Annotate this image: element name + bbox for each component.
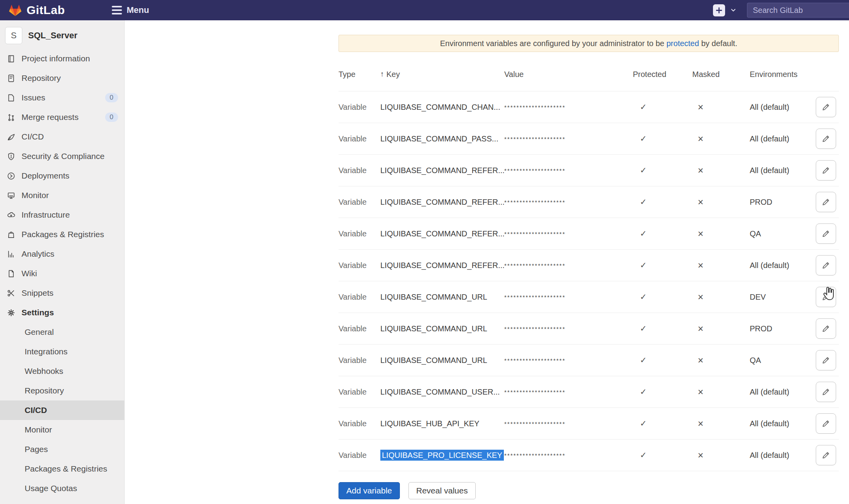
sidebar-subitem-packages-registries[interactable]: Packages & Registries (0, 459, 124, 479)
variable-type: Variable (339, 451, 380, 460)
edit-variable-button[interactable] (816, 382, 836, 402)
edit-variable-button[interactable] (816, 129, 836, 149)
variable-environments: QA (750, 229, 813, 238)
sidebar-subitem-usage-quotas[interactable]: Usage Quotas (0, 479, 124, 498)
pencil-icon (821, 387, 831, 397)
col-header-key[interactable]: ↑Key (380, 70, 504, 79)
sidebar-subitem-general[interactable]: General (0, 322, 124, 342)
sidebar-item-ci-cd[interactable]: CI/CD (0, 127, 124, 147)
sidebar-item-infrastructure[interactable]: Infrastructure (0, 205, 124, 225)
sidebar-subitem-ci-cd[interactable]: CI/CD (0, 400, 124, 420)
variable-row: VariableLIQUIBASE_COMMAND_CHAN...*******… (339, 91, 839, 123)
variable-key: LIQUIBASE_COMMAND_REFER... (380, 198, 504, 207)
edit-variable-button[interactable] (816, 287, 836, 307)
sidebar-subitem-repository[interactable]: Repository (0, 381, 124, 400)
edit-variable-button[interactable] (816, 192, 836, 212)
masked-cross-icon: × (692, 355, 750, 366)
key-text: LIQUIBASE_COMMAND_REFER... (380, 198, 505, 206)
sidebar-item-security-compliance[interactable]: Security & Compliance (0, 147, 124, 166)
sidebar-item-label: Settings (21, 308, 54, 317)
project-header[interactable]: S SQL_Server (0, 20, 124, 49)
sidebar-item-wiki[interactable]: Wiki (0, 264, 124, 283)
edit-variable-button[interactable] (816, 445, 836, 465)
gear-icon (7, 308, 16, 317)
protected-check-icon: ✓ (633, 166, 692, 175)
sidebar-item-issues[interactable]: Issues0 (0, 88, 124, 107)
variable-environments: DEV (750, 293, 813, 302)
sidebar-subitem-label: Packages & Registries (25, 464, 107, 474)
sidebar-settings-subnav: GeneralIntegrationsWebhooksRepositoryCI/… (0, 322, 124, 498)
info-banner: Environment variables are configured by … (339, 35, 839, 52)
sidebar-item-repository[interactable]: Repository (0, 68, 124, 88)
masked-cross-icon: × (692, 260, 750, 271)
variable-type: Variable (339, 134, 380, 143)
pencil-icon (821, 166, 831, 175)
protected-check-icon: ✓ (633, 387, 692, 397)
gitlab-logo[interactable]: GitLab (9, 4, 65, 17)
sidebar-item-deployments[interactable]: Deployments (0, 166, 124, 186)
variable-type: Variable (339, 229, 380, 238)
edit-variable-button[interactable] (816, 97, 836, 117)
variable-environments: All (default) (750, 103, 813, 112)
col-header-masked: Masked (692, 70, 750, 79)
sidebar-item-label: Repository (21, 73, 61, 83)
key-text: LIQUIBASE_COMMAND_CHAN... (380, 103, 500, 111)
project-name: SQL_Server (28, 30, 77, 41)
variable-environments: All (default) (750, 388, 813, 397)
sidebar-item-label: Deployments (21, 171, 70, 181)
sidebar-item-label: Security & Compliance (21, 152, 104, 161)
edit-variable-button[interactable] (816, 223, 836, 244)
new-item-dropdown[interactable] (730, 7, 737, 14)
chevron-down-icon (730, 7, 737, 14)
variables-table-body: VariableLIQUIBASE_COMMAND_CHAN...*******… (339, 91, 839, 471)
variable-environments: All (default) (750, 166, 813, 175)
edit-variable-button[interactable] (816, 255, 836, 275)
menu-button[interactable]: Menu (112, 5, 149, 15)
sidebar-item-project-information[interactable]: Project information (0, 49, 124, 68)
menu-label: Menu (127, 5, 149, 15)
main-content: Environment variables are configured by … (125, 20, 849, 504)
sidebar-item-analytics[interactable]: Analytics (0, 244, 124, 264)
edit-variable-button[interactable] (816, 318, 836, 339)
sort-asc-icon: ↑ (380, 70, 384, 79)
sidebar-item-packages-registries[interactable]: Packages & Registries (0, 225, 124, 244)
masked-cross-icon: × (692, 133, 750, 145)
protected-link[interactable]: protected (666, 39, 699, 48)
variable-type: Variable (339, 356, 380, 365)
variable-row: VariableLIQUIBASE_COMMAND_USER...*******… (339, 376, 839, 407)
sidebar-subitem-webhooks[interactable]: Webhooks (0, 361, 124, 381)
edit-variable-button[interactable] (816, 413, 836, 434)
protected-check-icon: ✓ (633, 292, 692, 302)
sidebar-item-merge-requests[interactable]: Merge requests0 (0, 107, 124, 127)
top-navbar: GitLab Menu (0, 0, 849, 20)
variable-masked-value: ******************** (504, 262, 633, 269)
pencil-icon (821, 134, 831, 143)
protected-check-icon: ✓ (633, 134, 692, 143)
sidebar-item-snippets[interactable]: Snippets (0, 283, 124, 303)
edit-variable-button[interactable] (816, 350, 836, 370)
sidebar-item-label: Monitor (21, 191, 49, 200)
pencil-icon (821, 356, 831, 365)
protected-check-icon: ✓ (633, 229, 692, 238)
sidebar-subitem-pages[interactable]: Pages (0, 440, 124, 459)
new-item-button[interactable] (713, 4, 725, 16)
masked-cross-icon: × (692, 165, 750, 176)
reveal-values-button[interactable]: Reveal values (408, 482, 476, 499)
key-text: LIQUIBASE_COMMAND_REFER... (380, 261, 505, 270)
sidebar-subitem-label: Monitor (25, 425, 52, 434)
sidebar-subitem-label: Repository (25, 386, 64, 395)
variable-key: LIQUIBASE_HUB_API_KEY (380, 419, 504, 428)
sidebar-subitem-monitor[interactable]: Monitor (0, 420, 124, 440)
sidebar-item-label: Issues (21, 93, 45, 102)
variable-environments: PROD (750, 324, 813, 333)
edit-variable-button[interactable] (816, 160, 836, 181)
masked-cross-icon: × (692, 197, 750, 208)
sidebar-item-label: Merge requests (21, 113, 79, 122)
search-input[interactable] (747, 3, 849, 18)
sidebar-subitem-label: Webhooks (25, 366, 63, 376)
add-variable-button[interactable]: Add variable (339, 482, 400, 499)
sidebar-item-settings[interactable]: Settings (0, 303, 124, 322)
variable-row: VariableLIQUIBASE_COMMAND_REFER...******… (339, 154, 839, 186)
sidebar-item-monitor[interactable]: Monitor (0, 186, 124, 205)
sidebar-subitem-integrations[interactable]: Integrations (0, 342, 124, 361)
